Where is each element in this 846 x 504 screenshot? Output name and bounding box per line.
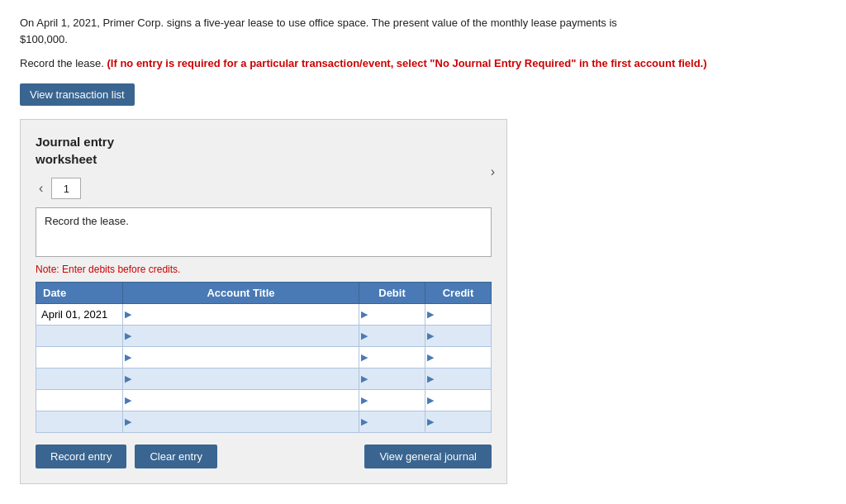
credit-cell[interactable]: ▶ — [425, 389, 492, 411]
account-input[interactable] — [128, 373, 354, 385]
credit-cell[interactable]: ▶ — [425, 303, 492, 325]
debit-cell[interactable]: ▶ — [359, 346, 425, 368]
credit-arrow-icon: ▶ — [427, 330, 434, 341]
row-arrow-icon: ▶ — [125, 309, 131, 320]
debit-arrow-icon: ▶ — [361, 373, 368, 384]
col-date: Date — [36, 282, 123, 303]
debit-cell[interactable]: ▶ — [359, 389, 425, 411]
credit-input[interactable] — [430, 416, 486, 428]
instruction-plain: Record the lease. — [20, 57, 107, 69]
debit-input[interactable] — [364, 308, 420, 321]
row-arrow-icon: ▶ — [125, 395, 131, 406]
table-row: ▶▶▶ — [36, 303, 492, 325]
debit-arrow-icon: ▶ — [361, 309, 368, 320]
credit-cell[interactable]: ▶ — [425, 368, 492, 389]
date-cell[interactable] — [36, 368, 123, 389]
credit-input[interactable] — [430, 394, 486, 407]
credit-cell[interactable]: ▶ — [425, 411, 492, 432]
table-row: ▶▶▶ — [36, 368, 492, 389]
debit-cell[interactable]: ▶ — [359, 411, 425, 432]
account-input[interactable] — [128, 308, 354, 321]
instruction-red: (If no entry is required for a particula… — [107, 57, 707, 69]
account-input[interactable] — [128, 351, 354, 364]
date-input[interactable] — [41, 330, 117, 342]
table-row: ▶▶▶ — [36, 411, 492, 432]
credit-input[interactable] — [430, 308, 486, 321]
col-account-title: Account Title — [123, 282, 359, 303]
credit-input[interactable] — [430, 373, 486, 385]
date-cell[interactable] — [36, 346, 123, 368]
row-arrow-icon: ▶ — [125, 373, 131, 384]
debit-input[interactable] — [364, 330, 420, 342]
row-arrow-icon: ▶ — [125, 352, 131, 363]
account-input[interactable] — [128, 416, 354, 428]
date-input[interactable] — [41, 394, 117, 407]
credit-arrow-icon: ▶ — [427, 395, 434, 406]
credit-arrow-icon: ▶ — [427, 352, 434, 363]
nav-number: 1 — [51, 178, 81, 199]
credit-arrow-icon: ▶ — [427, 309, 434, 320]
intro-paragraph: On April 1, 2021, Primer Corp. signs a f… — [20, 15, 826, 72]
debit-arrow-icon: ▶ — [361, 352, 368, 363]
intro-line1: On April 1, 2021, Primer Corp. signs a f… — [20, 17, 617, 29]
date-input[interactable] — [41, 373, 117, 385]
row-arrow-icon: ▶ — [125, 330, 131, 341]
nav-row: ‹ 1 — [36, 178, 492, 199]
clear-entry-button[interactable]: Clear entry — [135, 445, 217, 468]
credit-cell[interactable]: ▶ — [425, 346, 492, 368]
debit-cell[interactable]: ▶ — [359, 368, 425, 389]
col-credit: Credit — [425, 282, 492, 303]
intro-line2: $100,000. — [20, 33, 68, 45]
account-cell[interactable]: ▶ — [123, 346, 359, 368]
credit-input[interactable] — [430, 330, 486, 342]
row-arrow-icon: ▶ — [125, 416, 131, 427]
journal-entry-table: Date Account Title Debit Credit ▶▶▶▶▶▶▶▶… — [36, 282, 492, 433]
date-cell[interactable] — [36, 411, 123, 432]
account-cell[interactable]: ▶ — [123, 411, 359, 432]
date-cell[interactable] — [36, 325, 123, 346]
date-input[interactable] — [41, 416, 117, 428]
account-cell[interactable]: ▶ — [123, 325, 359, 346]
debit-arrow-icon: ▶ — [361, 416, 368, 427]
debit-arrow-icon: ▶ — [361, 330, 368, 341]
debit-cell[interactable]: ▶ — [359, 325, 425, 346]
credit-arrow-icon: ▶ — [427, 416, 434, 427]
description-box: Record the lease. — [36, 207, 492, 257]
debit-input[interactable] — [364, 373, 420, 385]
credit-arrow-icon: ▶ — [427, 373, 434, 384]
debit-input[interactable] — [364, 351, 420, 364]
debit-cell[interactable]: ▶ — [359, 303, 425, 325]
debit-input[interactable] — [364, 416, 420, 428]
table-row: ▶▶▶ — [36, 325, 492, 346]
date-cell[interactable] — [36, 389, 123, 411]
debit-arrow-icon: ▶ — [361, 395, 368, 406]
date-input[interactable] — [41, 308, 117, 321]
account-input[interactable] — [128, 330, 354, 342]
table-row: ▶▶▶ — [36, 346, 492, 368]
description-text: Record the lease. — [45, 215, 129, 227]
account-cell[interactable]: ▶ — [123, 389, 359, 411]
note-text: Note: Enter debits before credits. — [36, 264, 492, 275]
col-debit: Debit — [359, 282, 425, 303]
view-general-journal-button[interactable]: View general journal — [364, 445, 492, 468]
account-input[interactable] — [128, 394, 354, 407]
journal-entry-worksheet: Journal entry worksheet › ‹ 1 Record the… — [20, 119, 507, 484]
record-entry-button[interactable]: Record entry — [36, 445, 126, 468]
worksheet-title: Journal entry worksheet — [36, 133, 492, 168]
table-row: ▶▶▶ — [36, 389, 492, 411]
date-input[interactable] — [41, 351, 117, 364]
action-buttons: Record entry Clear entry View general jo… — [36, 445, 492, 468]
debit-input[interactable] — [364, 394, 420, 407]
account-cell[interactable]: ▶ — [123, 368, 359, 389]
view-transaction-button[interactable]: View transaction list — [20, 83, 135, 106]
account-cell[interactable]: ▶ — [123, 303, 359, 325]
date-cell[interactable] — [36, 303, 123, 325]
credit-input[interactable] — [430, 351, 486, 364]
credit-cell[interactable]: ▶ — [425, 325, 492, 346]
nav-prev-arrow[interactable]: ‹ — [36, 180, 46, 197]
nav-next-arrow[interactable]: › — [491, 164, 495, 179]
